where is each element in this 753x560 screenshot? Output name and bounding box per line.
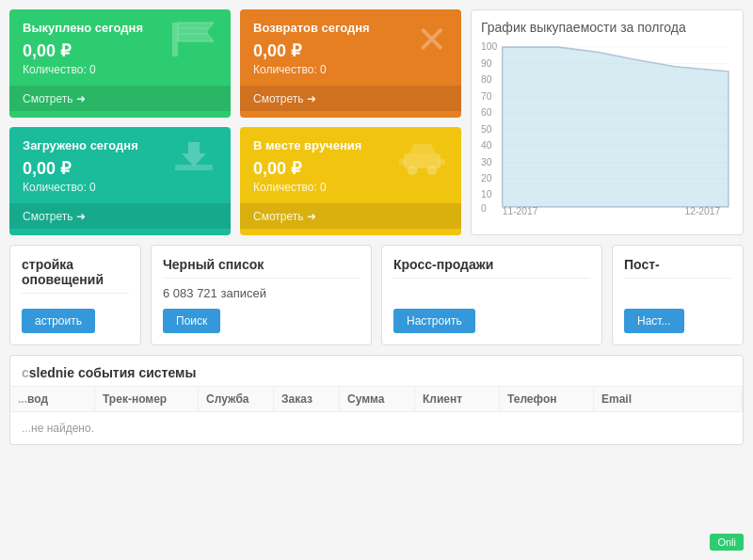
svg-point-7	[427, 166, 437, 175]
y-label-10: 10	[481, 189, 492, 200]
stats-cards-grid: Выкуплено сегодня 0,00 ₽ Количество: 0 С…	[9, 9, 461, 235]
y-label-40: 40	[481, 140, 492, 151]
post-button[interactable]: Наст...	[624, 309, 684, 333]
events-title: сslednie события системы	[10, 356, 743, 387]
chart-container: График выкупаемости за полгода 100 90 80…	[471, 9, 744, 235]
delivery-footer[interactable]: Смотреть ➜	[240, 203, 461, 229]
top-row: Выкуплено сегодня 0,00 ₽ Количество: 0 С…	[9, 9, 744, 235]
blacklist-title: Черный список	[163, 257, 360, 279]
flag-icon	[170, 21, 217, 61]
middle-row: стройка оповещений астроить Черный списо…	[9, 245, 744, 345]
col-header-vvod: ...вод	[10, 387, 95, 411]
col-header-phone: Телефон	[500, 387, 594, 411]
svg-point-6	[408, 166, 417, 175]
y-label-90: 90	[481, 58, 492, 69]
car-icon	[396, 138, 448, 179]
purchased-footer[interactable]: Смотреть ➜	[9, 86, 231, 111]
y-label-0: 0	[481, 203, 487, 214]
delivery-card: В месте вручения 0,00 ₽ Количество: 0 См…	[240, 127, 461, 235]
notifications-card: стройка оповещений астроить	[9, 245, 141, 345]
delivery-count: Количество: 0	[253, 181, 448, 194]
svg-rect-9	[438, 159, 445, 165]
returns-link[interactable]: Смотреть ➜	[253, 92, 316, 105]
events-section: сslednie события системы ...вод Трек-ном…	[9, 355, 744, 445]
col-header-order: Заказ	[274, 387, 340, 411]
blacklist-card: Черный список 6 083 721 записей Поиск	[151, 245, 372, 345]
svg-rect-0	[172, 23, 178, 56]
loaded-card: Загружено сегодня 0,00 ₽ Количество: 0 С…	[9, 127, 231, 235]
x-label-nov: 11-2017	[503, 206, 538, 216]
y-label-80: 80	[481, 74, 492, 85]
chart-area-polygon	[503, 47, 729, 207]
cross-sales-title: Кросс-продажи	[393, 257, 590, 279]
loaded-link[interactable]: Смотреть ➜	[23, 210, 86, 223]
purchased-count: Количество: 0	[23, 63, 217, 76]
notifications-title: стройка оповещений	[22, 257, 129, 294]
x-icon: ✕	[416, 21, 448, 58]
events-table-header: ...вод Трек-номер Служба Заказ Сумма Кли…	[10, 387, 743, 412]
cross-sales-card: Кросс-продажи Настроить	[381, 245, 602, 345]
chart-title: График выкупаемости за полгода	[481, 20, 733, 35]
svg-marker-4	[182, 142, 206, 167]
loaded-footer[interactable]: Смотреть ➜	[9, 203, 231, 229]
x-label-dec: 12-2017	[684, 206, 720, 216]
chart-svg: 100 90 80 70 60 50 40 30 20 10 0	[481, 42, 733, 216]
events-not-found: ...не найдено.	[10, 412, 743, 444]
returns-count: Количество: 0	[253, 63, 448, 76]
purchased-link[interactable]: Смотреть ➜	[23, 92, 86, 105]
delivery-link[interactable]: Смотреть ➜	[253, 210, 316, 223]
col-header-sum: Сумма	[340, 387, 415, 411]
col-header-service: Служба	[199, 387, 274, 411]
loaded-count: Количество: 0	[23, 181, 217, 194]
notifications-button[interactable]: астроить	[22, 309, 95, 333]
post-card: Пост- Наст...	[612, 245, 744, 345]
svg-rect-8	[399, 159, 407, 165]
cross-sales-button[interactable]: Настроить	[393, 309, 475, 333]
y-label-20: 20	[481, 173, 492, 184]
blacklist-button[interactable]: Поиск	[163, 309, 220, 333]
col-header-track: Трек-номер	[95, 387, 199, 411]
col-header-client: Клиент	[415, 387, 500, 411]
col-header-email: Email	[594, 387, 743, 411]
online-badge: Onli	[710, 534, 744, 551]
blacklist-value: 6 083 721 записей	[163, 286, 360, 301]
y-label-50: 50	[481, 124, 492, 135]
returns-footer[interactable]: Смотреть ➜	[240, 86, 461, 111]
purchased-card: Выкуплено сегодня 0,00 ₽ Количество: 0 С…	[9, 9, 231, 118]
post-title: Пост-	[624, 257, 731, 279]
y-label-100: 100	[481, 42, 497, 52]
y-label-70: 70	[481, 91, 492, 102]
y-label-60: 60	[481, 107, 492, 118]
download-icon	[170, 138, 217, 179]
returns-card: Возвратов сегодня ✕ 0,00 ₽ Количество: 0…	[240, 9, 461, 118]
y-label-30: 30	[481, 157, 492, 168]
